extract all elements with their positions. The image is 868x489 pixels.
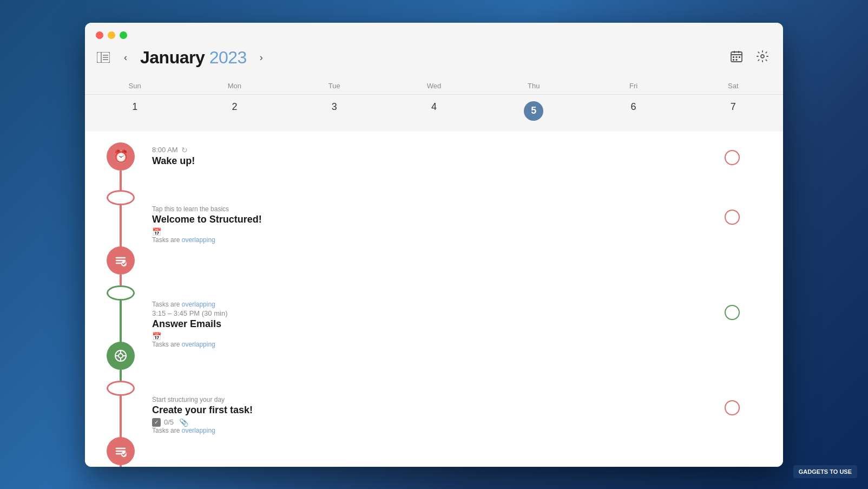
welcome-icon-top	[107, 190, 135, 205]
connector-1	[120, 171, 122, 190]
day-numbers: 1 2 3 4 5 6 7	[85, 95, 783, 132]
task-sublabel-welcome: Tap this to learn the basics	[152, 205, 716, 213]
day-7[interactable]: 7	[683, 99, 783, 123]
task-timeline-welcome	[107, 190, 135, 285]
year-label: 2023	[209, 48, 247, 67]
watermark: GADGETS TO USE	[793, 465, 857, 478]
minimize-button[interactable]	[108, 31, 115, 39]
day-header-tue: Tue	[285, 82, 384, 90]
header: ‹ January 2023 ›	[96, 47, 772, 77]
day-headers: Sun Mon Tue Wed Thu Fri Sat	[85, 77, 783, 95]
svg-rect-12	[733, 59, 734, 61]
day-header-fri: Fri	[583, 82, 683, 90]
task-item-answer-emails[interactable]: Tasks are overlapping 3:15 – 3:45 PM (30…	[107, 285, 761, 381]
connector-4b	[120, 465, 122, 467]
app-window: ‹ January 2023 ›	[85, 23, 783, 467]
task-meta-answer-emails: 📅	[152, 332, 716, 341]
main-content: ⏰ 8:00 AM ↻ Wake up!	[85, 132, 783, 467]
task-title-welcome: Welcome to Structured!	[152, 214, 716, 225]
day-4[interactable]: 4	[384, 99, 484, 123]
svg-rect-13	[736, 59, 738, 61]
svg-rect-9	[733, 56, 734, 58]
day-5-today[interactable]: 5	[484, 99, 583, 123]
sidebar-toggle-button[interactable]	[96, 51, 111, 63]
task-title-wake-up: Wake up!	[152, 155, 716, 167]
wake-up-icon: ⏰	[107, 142, 135, 171]
create-task-icon	[107, 437, 135, 465]
task-title-create-task: Create your first task!	[152, 405, 716, 416]
task-sublabel-create-task: Start structuring your day	[152, 396, 716, 403]
connector-2b	[120, 275, 122, 285]
task-meta-welcome: 📅	[152, 227, 716, 236]
overlap-warning-create-task: Tasks are overlapping	[152, 427, 716, 434]
attachment-icon: 📎	[179, 418, 188, 427]
day-header-thu: Thu	[484, 82, 583, 90]
task-item-create-task[interactable]: Start structuring your day Create your f…	[107, 381, 761, 467]
settings-button[interactable]	[753, 47, 772, 69]
checkbox-icon: ✓	[152, 418, 161, 427]
connector-3b	[120, 370, 122, 381]
calendar-icon-welcome: 📅	[152, 227, 161, 236]
welcome-icon-circle	[107, 246, 135, 275]
overlap-link-welcome[interactable]: overlapping	[182, 236, 215, 244]
day-header-sun: Sun	[85, 82, 185, 90]
task-item-welcome[interactable]: Tap this to learn the basics Welcome to …	[107, 190, 761, 285]
overlap-link-answer-emails-2[interactable]: overlapping	[182, 341, 215, 348]
task-list: ⏰ 8:00 AM ↻ Wake up!	[85, 142, 783, 467]
task-body-wake-up: 8:00 AM ↻ Wake up!	[143, 142, 716, 178]
checkbox-count: 0/5	[164, 418, 174, 426]
svg-point-14	[761, 55, 764, 58]
connector-4	[120, 396, 122, 439]
calendar-icon-answer-emails: 📅	[152, 332, 161, 341]
repeat-icon: ↻	[181, 146, 188, 154]
calendar-view-button[interactable]	[727, 47, 746, 69]
complete-button-welcome[interactable]	[725, 210, 740, 225]
day-6[interactable]: 6	[583, 99, 683, 123]
complete-button-create-task[interactable]	[725, 400, 740, 415]
window-controls	[96, 31, 772, 39]
svg-rect-10	[736, 56, 738, 58]
create-task-icon-top	[107, 381, 135, 396]
svg-point-20	[119, 354, 123, 358]
overlap-link-answer-emails[interactable]: overlapping	[182, 301, 215, 308]
task-body-answer-emails: Tasks are overlapping 3:15 – 3:45 PM (30…	[143, 285, 716, 358]
task-body-create-task: Start structuring your day Create your f…	[143, 381, 716, 444]
task-meta-create-task: ✓ 0/5 📎	[152, 418, 716, 427]
answer-emails-icon	[107, 342, 135, 370]
overlap-link-create-task[interactable]: overlapping	[182, 427, 215, 434]
task-body-welcome: Tap this to learn the basics Welcome to …	[143, 190, 716, 253]
prev-month-button[interactable]: ‹	[120, 50, 131, 66]
month-year-title: January 2023	[140, 48, 247, 68]
task-time-wake-up: 8:00 AM ↻	[152, 146, 716, 154]
overlap-warning-answer-emails: Tasks are overlapping	[152, 301, 716, 308]
day-header-wed: Wed	[384, 82, 484, 90]
task-item-wake-up[interactable]: ⏰ 8:00 AM ↻ Wake up!	[107, 142, 761, 190]
complete-button-wake-up[interactable]	[725, 150, 740, 165]
svg-rect-11	[739, 56, 740, 58]
task-timeline-answer-emails	[107, 285, 135, 381]
day-2[interactable]: 2	[185, 99, 284, 123]
maximize-button[interactable]	[120, 31, 127, 39]
connector-3	[120, 301, 122, 344]
day-3[interactable]: 3	[285, 99, 384, 123]
title-bar: ‹ January 2023 ›	[85, 23, 783, 77]
answer-emails-icon-top	[107, 285, 135, 301]
close-button[interactable]	[96, 31, 103, 39]
complete-button-answer-emails[interactable]	[725, 305, 740, 320]
day-header-mon: Mon	[185, 82, 284, 90]
task-timeline-wake-up: ⏰	[107, 142, 135, 190]
today-indicator: 5	[524, 101, 543, 121]
connector-2	[120, 205, 122, 249]
overlap-warning-answer-emails-2: Tasks are overlapping	[152, 341, 716, 348]
task-title-answer-emails: Answer Emails	[152, 318, 716, 330]
month-label: January	[140, 48, 205, 67]
task-time-answer-emails: 3:15 – 3:45 PM (30 min)	[152, 309, 716, 317]
next-month-button[interactable]: ›	[255, 50, 267, 66]
task-timeline-create-task	[107, 381, 135, 467]
header-right	[727, 47, 772, 69]
day-header-sat: Sat	[683, 82, 783, 90]
header-left: ‹ January 2023 ›	[96, 48, 267, 68]
day-1[interactable]: 1	[85, 99, 185, 123]
overlap-warning-welcome: Tasks are overlapping	[152, 236, 716, 244]
